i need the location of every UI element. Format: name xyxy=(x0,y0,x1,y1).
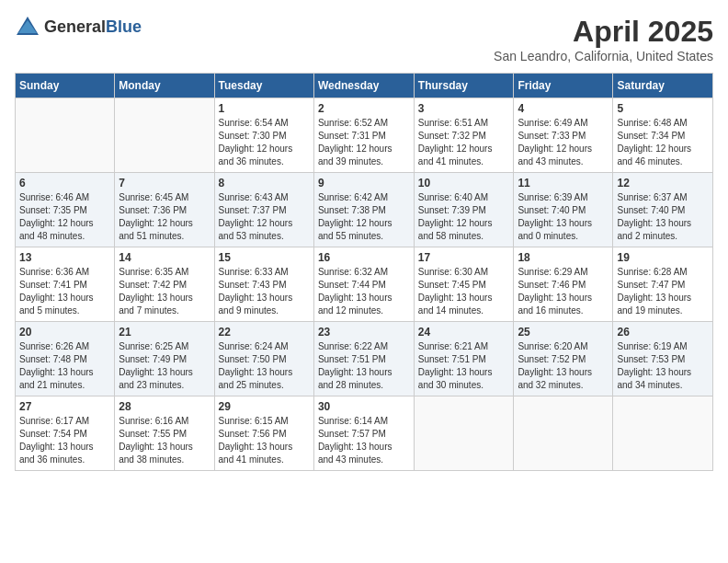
calendar-day: 17Sunrise: 6:30 AMSunset: 7:45 PMDayligh… xyxy=(414,247,514,322)
day-number: 12 xyxy=(617,177,709,190)
day-info: Sunrise: 6:25 AM xyxy=(119,340,210,353)
day-info: Sunset: 7:39 PM xyxy=(418,204,510,217)
day-number: 24 xyxy=(418,326,510,339)
day-info: Sunrise: 6:15 AM xyxy=(219,415,310,428)
day-number: 30 xyxy=(318,400,410,413)
day-info: Daylight: 13 hours xyxy=(617,292,709,304)
day-info: Sunrise: 6:54 AM xyxy=(219,117,310,130)
day-info: Sunset: 7:55 PM xyxy=(119,428,210,441)
calendar-day: 3Sunrise: 6:51 AMSunset: 7:32 PMDaylight… xyxy=(414,98,514,173)
day-info: and 0 minutes. xyxy=(518,230,609,243)
calendar-day: 19Sunrise: 6:28 AMSunset: 7:47 PMDayligh… xyxy=(613,247,713,322)
calendar-day: 10Sunrise: 6:40 AMSunset: 7:39 PMDayligh… xyxy=(414,173,514,247)
day-info: Sunrise: 6:30 AM xyxy=(418,266,510,279)
day-info: Sunset: 7:54 PM xyxy=(19,428,110,441)
day-info: Daylight: 13 hours xyxy=(219,292,310,304)
day-info: Sunset: 7:51 PM xyxy=(318,353,410,366)
day-info: Daylight: 12 hours xyxy=(318,143,410,155)
day-info: Sunrise: 6:33 AM xyxy=(219,266,310,279)
day-of-week-header: Monday xyxy=(115,74,214,98)
day-of-week-header: Sunday xyxy=(16,74,115,98)
day-info: Sunset: 7:53 PM xyxy=(617,353,709,366)
calendar-day: 23Sunrise: 6:22 AMSunset: 7:51 PMDayligh… xyxy=(313,322,414,396)
logo-general: General xyxy=(44,17,106,36)
month-title: April 2025 xyxy=(494,15,713,49)
day-info: Sunrise: 6:36 AM xyxy=(19,266,110,279)
calendar-day: 8Sunrise: 6:43 AMSunset: 7:37 PMDaylight… xyxy=(214,173,313,247)
day-info: Sunrise: 6:35 AM xyxy=(119,266,210,279)
day-info: Sunrise: 6:24 AM xyxy=(219,340,310,353)
day-info: Sunrise: 6:16 AM xyxy=(119,415,210,428)
day-info: Sunrise: 6:52 AM xyxy=(318,117,410,130)
day-info: Sunrise: 6:40 AM xyxy=(418,191,510,204)
day-info: Daylight: 13 hours xyxy=(219,441,310,454)
day-info: and 2 minutes. xyxy=(617,230,709,243)
day-info: Daylight: 13 hours xyxy=(518,217,609,230)
calendar-header: SundayMondayTuesdayWednesdayThursdayFrid… xyxy=(16,74,713,98)
day-info: and 21 minutes. xyxy=(19,379,110,392)
day-info: Daylight: 13 hours xyxy=(119,441,210,454)
calendar-day: 30Sunrise: 6:14 AMSunset: 7:57 PMDayligh… xyxy=(313,396,414,471)
day-info: Sunset: 7:37 PM xyxy=(219,204,310,217)
calendar-day: 11Sunrise: 6:39 AMSunset: 7:40 PMDayligh… xyxy=(514,173,613,247)
day-info: Sunset: 7:52 PM xyxy=(518,353,609,366)
day-info: Sunset: 7:36 PM xyxy=(119,204,210,217)
day-info: Sunset: 7:46 PM xyxy=(518,279,609,292)
day-info: Sunset: 7:40 PM xyxy=(518,204,609,217)
day-number: 4 xyxy=(518,102,609,115)
calendar-week-row: 1Sunrise: 6:54 AMSunset: 7:30 PMDaylight… xyxy=(16,98,713,173)
calendar-day: 9Sunrise: 6:42 AMSunset: 7:38 PMDaylight… xyxy=(313,173,414,247)
day-info: and 43 minutes. xyxy=(518,155,609,168)
calendar-day: 21Sunrise: 6:25 AMSunset: 7:49 PMDayligh… xyxy=(115,322,214,396)
day-info: Sunrise: 6:22 AM xyxy=(318,340,410,353)
day-info: and 12 minutes. xyxy=(318,304,410,317)
day-info: Daylight: 12 hours xyxy=(219,143,310,155)
calendar-week-row: 6Sunrise: 6:46 AMSunset: 7:35 PMDaylight… xyxy=(16,173,713,247)
day-info: and 34 minutes. xyxy=(617,379,709,392)
day-info: Sunset: 7:32 PM xyxy=(418,130,510,143)
day-number: 18 xyxy=(518,251,609,264)
day-number: 9 xyxy=(318,177,410,190)
day-info: Sunset: 7:44 PM xyxy=(318,279,410,292)
day-info: and 5 minutes. xyxy=(19,304,110,317)
day-number: 8 xyxy=(219,177,310,190)
day-number: 3 xyxy=(418,102,510,115)
day-info: and 36 minutes. xyxy=(219,155,310,168)
day-number: 22 xyxy=(219,326,310,339)
day-number: 23 xyxy=(318,326,410,339)
day-info: Sunrise: 6:39 AM xyxy=(518,191,609,204)
day-number: 20 xyxy=(19,326,110,339)
day-of-week-header: Thursday xyxy=(414,74,514,98)
day-info: Sunset: 7:50 PM xyxy=(219,353,310,366)
day-info: Sunset: 7:57 PM xyxy=(318,428,410,441)
day-info: Daylight: 12 hours xyxy=(119,217,210,230)
day-info: Sunrise: 6:17 AM xyxy=(19,415,110,428)
calendar-week-row: 20Sunrise: 6:26 AMSunset: 7:48 PMDayligh… xyxy=(16,322,713,396)
header: GeneralBlue April 2025 San Leandro, Cali… xyxy=(15,15,713,63)
day-info: Daylight: 13 hours xyxy=(418,292,510,304)
day-info: Sunset: 7:48 PM xyxy=(19,353,110,366)
day-number: 15 xyxy=(219,251,310,264)
day-number: 21 xyxy=(119,326,210,339)
day-info: Sunset: 7:34 PM xyxy=(617,130,709,143)
day-info: Daylight: 13 hours xyxy=(518,292,609,304)
day-info: Sunset: 7:35 PM xyxy=(19,204,110,217)
day-info: Sunset: 7:45 PM xyxy=(418,279,510,292)
calendar-day: 4Sunrise: 6:49 AMSunset: 7:33 PMDaylight… xyxy=(514,98,613,173)
calendar-day: 13Sunrise: 6:36 AMSunset: 7:41 PMDayligh… xyxy=(16,247,115,322)
day-info: Sunset: 7:42 PM xyxy=(119,279,210,292)
day-info: and 16 minutes. xyxy=(518,304,609,317)
calendar-empty xyxy=(514,396,613,471)
day-info: Daylight: 12 hours xyxy=(418,143,510,155)
calendar-day: 18Sunrise: 6:29 AMSunset: 7:46 PMDayligh… xyxy=(514,247,613,322)
day-info: and 9 minutes. xyxy=(219,304,310,317)
day-number: 10 xyxy=(418,177,510,190)
day-info: Sunset: 7:49 PM xyxy=(119,353,210,366)
day-info: Daylight: 13 hours xyxy=(318,441,410,454)
day-info: and 58 minutes. xyxy=(418,230,510,243)
day-info: Sunrise: 6:43 AM xyxy=(219,191,310,204)
day-info: Sunset: 7:38 PM xyxy=(318,204,410,217)
day-info: Daylight: 13 hours xyxy=(617,366,709,379)
calendar-empty xyxy=(613,396,713,471)
day-info: Daylight: 13 hours xyxy=(19,292,110,304)
